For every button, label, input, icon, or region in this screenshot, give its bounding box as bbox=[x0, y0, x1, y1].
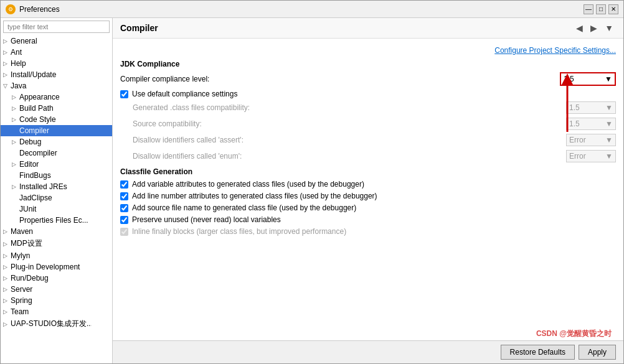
sidebar-item-properties[interactable]: Properties Files Ec... bbox=[1, 215, 112, 226]
classfile-checkbox-2[interactable] bbox=[120, 192, 128, 200]
classfile-option-4[interactable]: Preserve unused (never read) local varia… bbox=[120, 215, 616, 224]
sidebar-item-general[interactable]: ▷ General bbox=[1, 35, 112, 47]
sidebar-item-uap-studio[interactable]: ▷ UAP-STUDIO集成开发... bbox=[1, 317, 112, 330]
sidebar-item-mdp[interactable]: ▷ MDP设置 bbox=[1, 237, 112, 250]
sidebar-item-label: UAP-STUDIO集成开发... bbox=[11, 319, 92, 329]
arrow-icon bbox=[12, 150, 18, 156]
dropdown-arrow-icon: ▼ bbox=[605, 75, 612, 83]
sidebar-item-label: JUnit bbox=[19, 205, 36, 213]
sidebar-item-team[interactable]: ▷ Team bbox=[1, 306, 112, 317]
sidebar-item-label: Spring bbox=[11, 296, 32, 305]
sidebar-item-label: Code Style bbox=[19, 115, 56, 124]
classfile-option-3[interactable]: Add source file name to generated class … bbox=[120, 203, 616, 212]
arrow-icon: ▷ bbox=[3, 264, 9, 270]
sidebar-item-label: Decompiler bbox=[19, 149, 57, 157]
classfile-checkbox-1[interactable] bbox=[120, 180, 128, 189]
sidebar-item-debug[interactable]: ▷ Debug bbox=[1, 136, 112, 147]
arrow-icon: ▷ bbox=[12, 105, 18, 111]
apply-button[interactable]: Apply bbox=[579, 345, 616, 360]
classfile-checkbox-3[interactable] bbox=[120, 204, 128, 212]
preferences-window: ⚙ Preferences — □ ✕ ▷ General ▷ Ant bbox=[0, 0, 624, 364]
sidebar-item-label: Help bbox=[11, 59, 26, 68]
generated-class-dropdown[interactable]: 1.5 ▼ bbox=[566, 101, 616, 114]
sidebar-item-label: MDP设置 bbox=[11, 238, 42, 249]
nav-back-button[interactable]: ◀ bbox=[574, 22, 585, 34]
right-panel: Compiler ◀ ▶ ▼ Configure Project Specifi… bbox=[113, 18, 623, 363]
sidebar-item-appearance[interactable]: ▷ Appearance bbox=[1, 91, 112, 103]
arrow-icon: ▷ bbox=[3, 275, 9, 281]
arrow-icon bbox=[12, 172, 18, 179]
sidebar-item-plugin-dev[interactable]: ▷ Plug-in Development bbox=[1, 261, 112, 273]
arrow-icon bbox=[12, 217, 18, 223]
classfile-section-title: Classfile Generation bbox=[120, 167, 616, 176]
arrow-icon: ▷ bbox=[3, 72, 9, 78]
close-button[interactable]: ✕ bbox=[608, 4, 618, 14]
sidebar-item-compiler[interactable]: Compiler bbox=[1, 125, 112, 136]
configure-project-link[interactable]: Configure Project Specific Settings... bbox=[120, 46, 616, 55]
sidebar-item-build-path[interactable]: ▷ Build Path bbox=[1, 103, 112, 114]
restore-defaults-button[interactable]: Restore Defaults bbox=[501, 345, 575, 360]
sidebar-item-label: General bbox=[11, 37, 37, 45]
sidebar-item-editor[interactable]: ▷ Editor bbox=[1, 159, 112, 170]
sidebar-item-label: Properties Files Ec... bbox=[19, 216, 88, 225]
sidebar-item-junit[interactable]: JUnit bbox=[1, 203, 112, 215]
nav-dropdown-button[interactable]: ▼ bbox=[602, 22, 616, 34]
sidebar-item-install-update[interactable]: ▷ Install/Update bbox=[1, 69, 112, 80]
tree-view: ▷ General ▷ Ant ▷ Help ▷ Install/Update … bbox=[1, 35, 112, 363]
sidebar-item-mylyn[interactable]: ▷ Mylyn bbox=[1, 250, 112, 261]
sidebar-item-code-style[interactable]: ▷ Code Style bbox=[1, 114, 112, 125]
classfile-option-2[interactable]: Add line number attributes to generated … bbox=[120, 192, 616, 200]
arrow-icon: ▷ bbox=[3, 286, 9, 292]
assert-dropdown[interactable]: Error ▼ bbox=[566, 134, 616, 146]
sidebar-item-label: JadClipse bbox=[19, 194, 52, 202]
enum-dropdown[interactable]: Error ▼ bbox=[566, 150, 616, 162]
arrow-icon: ▷ bbox=[3, 38, 9, 44]
classfile-label-1: Add variable attributes to generated cla… bbox=[132, 180, 364, 189]
main-layout: ▷ General ▷ Ant ▷ Help ▷ Install/Update … bbox=[1, 18, 623, 363]
compliance-value: 1.5 bbox=[564, 75, 574, 83]
title-bar: ⚙ Preferences — □ ✕ bbox=[1, 1, 623, 18]
maximize-button[interactable]: □ bbox=[596, 4, 606, 14]
sidebar-item-run-debug[interactable]: ▷ Run/Debug bbox=[1, 273, 112, 284]
sidebar-item-installed-jres[interactable]: ▷ Installed JREs bbox=[1, 181, 112, 192]
sidebar-item-jadclipse[interactable]: JadClipse bbox=[1, 192, 112, 203]
source-compat-value: 1.5 bbox=[569, 119, 580, 128]
arrow-icon: ▷ bbox=[12, 116, 18, 123]
use-default-checkbox[interactable] bbox=[120, 90, 128, 98]
sidebar-item-findbugs[interactable]: FindBugs bbox=[1, 170, 112, 181]
sidebar: ▷ General ▷ Ant ▷ Help ▷ Install/Update … bbox=[1, 18, 113, 363]
classfile-option-1[interactable]: Add variable attributes to generated cla… bbox=[120, 180, 616, 189]
arrow-icon: ▷ bbox=[3, 60, 9, 67]
arrow-icon: ▷ bbox=[3, 321, 9, 327]
compliance-level-dropdown[interactable]: 1.5 ▼ bbox=[560, 72, 616, 86]
use-default-row[interactable]: Use default compliance settings bbox=[120, 90, 616, 98]
sidebar-item-maven[interactable]: ▷ Maven bbox=[1, 226, 112, 237]
enum-label: Disallow identifiers called 'enum': bbox=[133, 152, 566, 161]
enum-row: Disallow identifiers called 'enum': Erro… bbox=[133, 150, 616, 162]
nav-forward-button[interactable]: ▶ bbox=[588, 22, 600, 34]
sidebar-item-server[interactable]: ▷ Server bbox=[1, 284, 112, 295]
sidebar-item-label: Ant bbox=[11, 48, 22, 57]
sidebar-item-ant[interactable]: ▷ Ant bbox=[1, 47, 112, 58]
source-compat-label: Source compatibility: bbox=[133, 119, 566, 128]
dropdown-arrow-icon: ▼ bbox=[605, 152, 613, 161]
minimize-button[interactable]: — bbox=[584, 4, 593, 14]
generated-class-value: 1.5 bbox=[569, 103, 580, 112]
sidebar-item-help[interactable]: ▷ Help bbox=[1, 58, 112, 69]
arrow-icon: ▷ bbox=[3, 241, 9, 247]
jdk-compliance-section-title: JDK Compliance bbox=[120, 60, 616, 68]
sidebar-item-label: Install/Update bbox=[11, 70, 56, 79]
source-compat-dropdown[interactable]: 1.5 ▼ bbox=[566, 118, 616, 130]
classfile-checkbox-4[interactable] bbox=[120, 216, 128, 224]
sidebar-item-decompiler[interactable]: Decompiler bbox=[1, 147, 112, 159]
arrow-icon: ▷ bbox=[12, 161, 18, 167]
window-controls: — □ ✕ bbox=[584, 4, 618, 14]
assert-label: Disallow identifiers called 'assert': bbox=[133, 136, 566, 144]
generated-class-label: Generated .class files compatibility: bbox=[133, 103, 566, 112]
search-input[interactable] bbox=[3, 21, 110, 33]
source-compat-row: Source compatibility: 1.5 ▼ bbox=[133, 118, 616, 130]
classfile-option-5[interactable]: Inline finally blocks (larger class file… bbox=[120, 227, 616, 236]
sidebar-item-java[interactable]: ▽ Java bbox=[1, 80, 112, 91]
sidebar-item-spring[interactable]: ▷ Spring bbox=[1, 295, 112, 306]
dropdown-arrow-icon: ▼ bbox=[605, 136, 613, 144]
